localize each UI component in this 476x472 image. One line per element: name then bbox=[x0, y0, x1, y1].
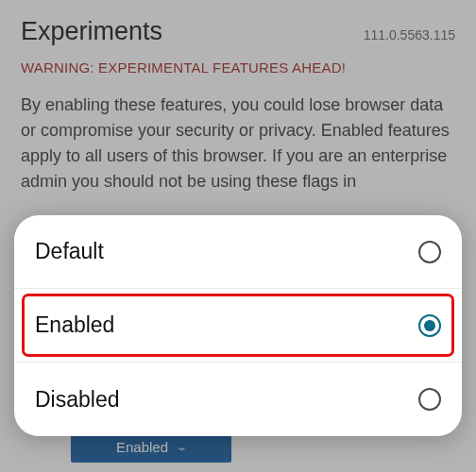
radio-icon bbox=[418, 241, 441, 263]
option-label: Disabled bbox=[35, 387, 120, 413]
option-label: Enabled bbox=[35, 312, 114, 338]
radio-icon bbox=[418, 388, 441, 411]
option-disabled[interactable]: Disabled bbox=[14, 362, 462, 436]
option-label: Default bbox=[35, 239, 104, 264]
option-sheet: Default Enabled Disabled bbox=[14, 215, 462, 436]
option-enabled[interactable]: Enabled bbox=[14, 289, 462, 362]
radio-selected-icon bbox=[418, 314, 441, 337]
option-default[interactable]: Default bbox=[14, 215, 462, 289]
